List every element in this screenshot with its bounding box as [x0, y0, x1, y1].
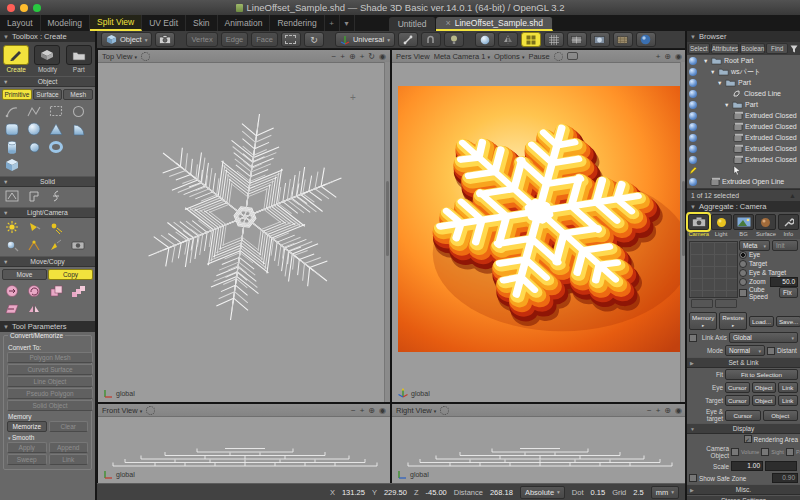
tree-row-root-part[interactable]: ▼Root Part — [687, 55, 800, 66]
tree-row-insert-cursor[interactable] — [687, 165, 800, 176]
tree-row-extruded-closed-3[interactable]: Extruded Closed — [687, 132, 800, 143]
visibility-toggle[interactable] — [689, 79, 697, 87]
aggregate-tab-camera[interactable]: Camera — [688, 214, 709, 237]
wedge-primitive[interactable] — [69, 121, 87, 137]
cube-primitive[interactable] — [3, 157, 21, 173]
target-link-button[interactable]: Link — [778, 395, 798, 406]
tab-split-view[interactable]: Split View — [90, 15, 142, 31]
radio-eye[interactable]: Eye — [739, 250, 798, 259]
doc-tab-lineoffset-sample[interactable]: ×LineOffset_Sample.shd — [436, 17, 552, 31]
magnify-icon[interactable]: ◉ — [379, 52, 386, 61]
pers-view-title-dropdown[interactable]: Pers View — [396, 52, 430, 61]
tree-row-extruded-closed-5[interactable]: Extruded Closed — [687, 154, 800, 165]
visibility-toggle[interactable] — [689, 90, 697, 98]
view-settings-gear-icon[interactable] — [141, 52, 150, 61]
right-magnify-icon[interactable]: ◉ — [675, 406, 682, 415]
directional-light-tool[interactable] — [47, 237, 65, 253]
copy-rotate-tool[interactable] — [25, 283, 43, 299]
eye-target-cursor-button[interactable]: Cursor — [725, 410, 761, 421]
tab-layout[interactable]: Layout — [0, 15, 41, 31]
front-zoom-in-icon[interactable]: + — [360, 406, 365, 415]
rotate-view-icon[interactable]: ↻ — [368, 52, 375, 61]
camera-meta-dropdown[interactable]: Meta▾ — [739, 240, 770, 251]
visibility-toggle[interactable] — [689, 101, 697, 109]
polyline-tool[interactable] — [25, 103, 43, 119]
eye-target-object-button[interactable]: Object — [763, 410, 799, 421]
edge-mode-button[interactable]: Edge — [221, 32, 249, 47]
right-zoom-out-icon[interactable]: − — [647, 406, 652, 415]
front-zoom-out-icon[interactable]: − — [351, 406, 356, 415]
browser-filter-icon[interactable] — [789, 43, 799, 54]
convert-solid-object-button[interactable]: Solid Object — [7, 400, 93, 411]
browser-tab-find[interactable]: Find — [766, 43, 788, 54]
tab-copy[interactable]: Copy — [48, 269, 93, 280]
solid-intersect-tool[interactable] — [47, 188, 65, 204]
right-zoom-fit-icon[interactable]: ⊕ — [664, 406, 671, 415]
magnet-tool-button[interactable] — [421, 32, 441, 47]
save-button[interactable]: Save... — [776, 316, 800, 327]
cylinder-primitive[interactable] — [3, 139, 21, 155]
front-settings-gear-icon[interactable] — [146, 406, 155, 415]
torus-primitive[interactable] — [47, 139, 65, 155]
solid-section-header[interactable]: ▼Solid — [0, 176, 95, 187]
ambient-light-tool[interactable] — [3, 237, 21, 253]
rendering-area-checkbox[interactable]: ✓ — [744, 435, 752, 443]
shading-sphere-button[interactable] — [475, 32, 495, 47]
circle-tool[interactable] — [69, 103, 87, 119]
tab-add-button[interactable]: + — [325, 15, 340, 31]
snapshot-camera-button[interactable] — [155, 32, 175, 47]
mirror-mode-button[interactable] — [498, 32, 518, 47]
radio-target[interactable]: Target — [739, 259, 798, 268]
visibility-toggle[interactable] — [689, 156, 697, 164]
visibility-toggle[interactable] — [689, 134, 697, 142]
cone-primitive[interactable] — [47, 121, 65, 137]
copy-shear-tool[interactable] — [3, 301, 21, 317]
browser-tab-boolean[interactable]: Boolean — [740, 43, 765, 54]
pers-settings-gear-icon[interactable] — [554, 52, 563, 61]
convert-polygon-mesh-button[interactable]: Polygon Mesh — [7, 352, 93, 363]
tree-row-ws-part[interactable]: ▼wsパート — [687, 66, 800, 77]
volume-checkbox[interactable] — [731, 448, 739, 456]
smooth-apply-button[interactable]: Apply — [7, 442, 47, 453]
link-axis-dropdown[interactable]: Global▾ — [729, 332, 798, 343]
sphere-primitive[interactable] — [25, 121, 43, 137]
copy-array-tool[interactable] — [69, 283, 87, 299]
rectangle-tool[interactable] — [47, 103, 65, 119]
visibility-toggle[interactable] — [689, 112, 697, 120]
viewport-front[interactable]: Front View ▾ − + ⊕ ◉ global — [97, 403, 391, 484]
tab-mesh[interactable]: Mesh — [63, 89, 93, 100]
unit-dropdown[interactable]: mm▾ — [651, 486, 679, 499]
visibility-toggle[interactable] — [689, 68, 697, 76]
eye-link-button[interactable]: Link — [778, 382, 798, 393]
path-checkbox[interactable] — [786, 448, 794, 456]
browser-tab-select[interactable]: Select — [688, 43, 710, 54]
area-light-tool[interactable] — [25, 237, 43, 253]
coordinate-mode-dropdown[interactable]: Absolute▾ — [520, 486, 565, 499]
tree-row-part-2[interactable]: ▼Part — [687, 99, 800, 110]
target-object-button[interactable]: Object — [752, 395, 776, 406]
convert-curved-surface-button[interactable]: Curved Surface — [7, 364, 93, 375]
smooth-sweep-button[interactable]: Sweep — [7, 454, 47, 465]
right-zoom-in-icon[interactable]: + — [656, 406, 661, 415]
cube-speed-checkbox[interactable] — [739, 289, 747, 297]
rotate-tool-button[interactable]: ↻ — [304, 32, 324, 47]
tab-overflow-button[interactable]: ▾ — [340, 15, 355, 31]
tree-row-extruded-open-line[interactable]: Extruded Open Line — [687, 176, 800, 187]
pers-zoom-in-icon[interactable]: + — [656, 52, 661, 61]
toolbox-tab-create[interactable]: Create — [1, 44, 31, 74]
marquee-select-button[interactable] — [281, 32, 301, 47]
object-mode-dropdown[interactable]: Object▾ — [101, 32, 152, 47]
pan-icon[interactable]: + — [360, 52, 365, 61]
render-preview-button[interactable] — [636, 32, 656, 47]
object-section-header[interactable]: ▼Object — [0, 76, 95, 87]
quad-view-button[interactable] — [521, 32, 541, 47]
eye-object-button[interactable]: Object — [752, 382, 776, 393]
misc-section-header[interactable]: ▶Misc. — [687, 484, 800, 495]
move-copy-section-header[interactable]: ▼Move/Copy — [0, 256, 95, 267]
tab-surface[interactable]: Surface — [33, 89, 63, 100]
scale-field-2[interactable] — [765, 461, 797, 471]
tree-row-extruded-closed-2[interactable]: Extruded Closed — [687, 121, 800, 132]
tree-row-part-1[interactable]: ▼Part — [687, 77, 800, 88]
capsule-primitive[interactable] — [25, 139, 43, 155]
rounded-box-primitive[interactable] — [3, 121, 21, 137]
